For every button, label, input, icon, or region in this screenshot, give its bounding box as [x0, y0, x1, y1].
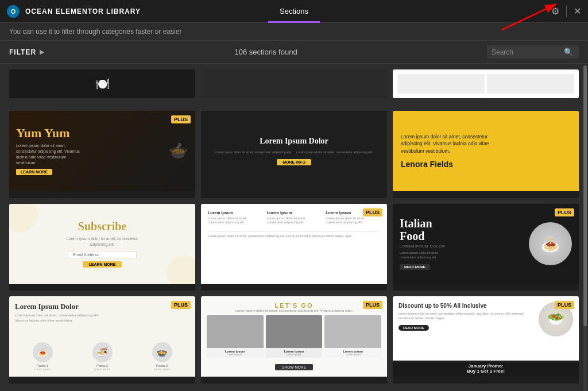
- italian-title: ItalianFood: [400, 217, 523, 242]
- card-yumyum[interactable]: Yum Yum Lorem ipsum dolor sit amet, cons…: [9, 111, 195, 198]
- settings-icon[interactable]: ⚙: [551, 6, 559, 17]
- three-col-bottom-text: Lorem ipsum dolor sit amet, consectetur …: [208, 234, 380, 239]
- card-letsgo[interactable]: LET'S GO Lorem ipsum dolor sit amet, con…: [201, 296, 387, 384]
- card-lorem-dark[interactable]: Lorem Ipsum Dolor Lorem ipsum dolor sit …: [201, 111, 387, 198]
- search-input[interactable]: [492, 48, 560, 56]
- plus-badge-letsgo: PLUS: [363, 301, 382, 309]
- close-icon[interactable]: ✕: [574, 6, 581, 17]
- card-cutoff-0[interactable]: 🍽️: [9, 69, 195, 98]
- italian-subtitle: LOREMIPSUM DOLOR: [400, 245, 523, 248]
- pasta-sublabel2: Lorem ipsum: [75, 367, 130, 371]
- scrollbar-thumb[interactable]: [583, 65, 587, 326]
- letsgo-title: LET'S GO: [207, 302, 381, 309]
- card-italian-food[interactable]: ItalianFood LOREMIPSUM DOLOR Lorem ipsum…: [393, 204, 579, 291]
- subscribe-btn[interactable]: LEARN MORE: [83, 261, 121, 268]
- search-box: 🔍: [487, 45, 579, 59]
- plus-badge-discount: PLUS: [555, 301, 574, 309]
- header-tabs: Sections: [268, 0, 320, 23]
- letsgo-btn[interactable]: SHOW MORE: [275, 364, 313, 370]
- letsgo-img3-sub: Lorem ipsum: [326, 353, 380, 356]
- cards-grid: 🍽️ Yum Yum Lorem ips: [9, 69, 579, 384]
- lorem-dark-title: Lorem Ipsum Dolor: [260, 137, 328, 146]
- italian-btn[interactable]: READ MORE: [400, 264, 430, 270]
- card-cutoff-1[interactable]: [201, 69, 387, 98]
- card-cutoff-2[interactable]: [393, 69, 579, 98]
- letsgo-img2-sub: Lorem ipsum: [268, 353, 321, 356]
- divider: [566, 6, 567, 17]
- card-subscribe[interactable]: Subscribe Lorem ipsum dolor sit amet, co…: [9, 204, 195, 291]
- subscribe-desc: Lorem ipsum dolor sit amet, consectetur …: [65, 236, 140, 247]
- scrollbar-track: [583, 65, 587, 391]
- lorem-dark-btn[interactable]: MORE INFO: [277, 159, 311, 165]
- discount-title: Discount up to 50% All Inclusive: [399, 302, 534, 309]
- letsgo-desc: Lorem ipsum dolor sit amet, consectetur …: [207, 309, 381, 312]
- plus-badge-yumyum: PLUS: [171, 115, 191, 123]
- filter-button[interactable]: FILTER ▶: [9, 48, 45, 56]
- card-lorem-pasta[interactable]: Lorem Ipsum Dolor Lorem ipsum dolor sit …: [9, 296, 195, 384]
- lorem-dark-col2: Lorem ipsum dolor sit amet, consectetur …: [296, 150, 373, 154]
- letsgo-img1-sub: Lorem ipsum: [208, 353, 262, 356]
- pasta-sublabel3: Lorem ipsum: [134, 367, 189, 371]
- discount-desc: Lorem ipsum dolor sit amet, consectetur …: [399, 312, 534, 320]
- card-yellow-testimonial[interactable]: Lorem ipsum dolor sit amet, consectetura…: [393, 111, 579, 198]
- subscribe-email[interactable]: [68, 251, 137, 258]
- pasta-desc: Lorem ipsum dolor sit amet, consectetur …: [15, 313, 101, 323]
- header: O OCEAN ELEMENTOR LIBRARY Sections ⚙ ✕: [0, 0, 588, 23]
- plus-badge-three-col: PLUS: [363, 208, 382, 216]
- plus-badge-pasta: PLUS: [171, 301, 191, 309]
- header-actions: ⚙ ✕: [551, 6, 581, 17]
- tab-sections[interactable]: Sections: [268, 0, 320, 23]
- three-col-text2: Lorem ipsum dolor sit amet, consectetur …: [267, 216, 322, 224]
- main-content: 🍽️ Yum Yum Lorem ips: [0, 64, 588, 389]
- search-icon: 🔍: [564, 48, 573, 56]
- card-three-col[interactable]: Lorem ipsum Lorem ipsum dolor sit amet, …: [201, 204, 387, 291]
- three-col-text3: Lorem ipsum dolor sit amet, consectetur …: [326, 216, 380, 224]
- pasta-title: Lorem Ipsum Dolor: [15, 302, 101, 311]
- yumyum-btn[interactable]: LEARN MORE: [16, 169, 52, 175]
- app-logo: O: [7, 5, 20, 18]
- lorem-dark-col1: Lorem ipsum dolor sit amet, consectetur …: [215, 150, 292, 154]
- sub-header: You can use it to filter through categor…: [0, 23, 588, 41]
- app-title: OCEAN ELEMENTOR LIBRARY: [25, 7, 141, 16]
- yumyum-desc: Lorem ipsum dolor sit amet, consectetur …: [16, 143, 85, 165]
- three-col-text1: Lorem ipsum dolor sit amet, consectetur …: [208, 216, 262, 224]
- pasta-sublabel1: Lorem ipsum: [15, 367, 70, 371]
- three-col-title1: Lorem ipsum: [208, 211, 262, 215]
- yellow-testimonial-text: Lorem ipsum dolor sit amet, consectetura…: [401, 133, 571, 155]
- toolbar: FILTER ▶ 106 sections found 🔍: [0, 41, 588, 64]
- discount-promo-text: January Promo:Buy 1 Get 1 Free!: [393, 361, 579, 377]
- discount-btn[interactable]: READ MORE: [399, 325, 429, 331]
- three-col-title2: Lorem ipsum: [267, 211, 322, 215]
- card-discount[interactable]: Discount up to 50% All Inclusive Lorem i…: [393, 296, 579, 384]
- italian-desc: Lorem ipsum dolor sit amet, consectetur …: [400, 251, 451, 260]
- yumyum-title: Yum Yum: [16, 126, 164, 141]
- yellow-testimonial-author: Lenora Fields: [401, 160, 571, 169]
- subscribe-title: Subscribe: [78, 220, 126, 233]
- card-yumyum-content: Yum Yum Lorem ipsum dolor sit amet, cons…: [9, 111, 195, 191]
- filter-arrow-icon: ▶: [40, 49, 45, 55]
- plus-badge-italian: PLUS: [555, 208, 574, 216]
- sections-count: 106 sections found: [45, 48, 487, 56]
